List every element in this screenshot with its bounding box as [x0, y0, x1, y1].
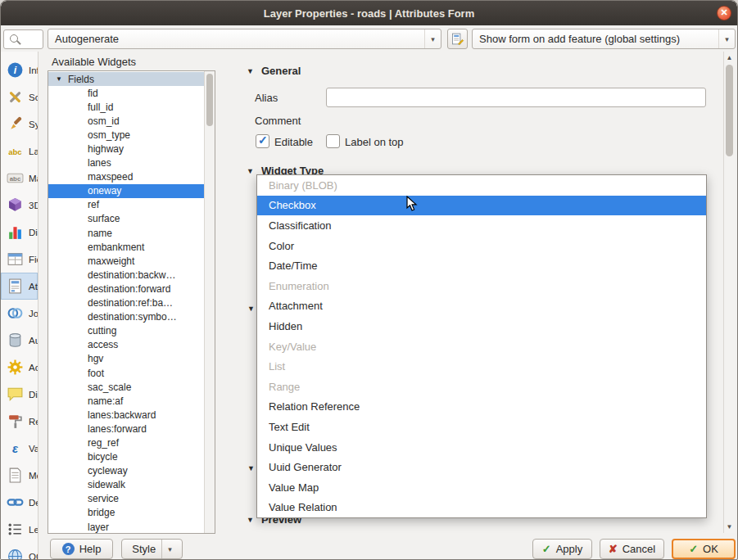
tree-item-hgv[interactable]: hgv [48, 352, 204, 366]
tree-item-highway[interactable]: highway [48, 142, 204, 156]
sidebar-item-joins[interactable]: Joins [1, 300, 38, 327]
dropdown-item-hidden[interactable]: Hidden [257, 316, 706, 336]
dropdown-item-color[interactable]: Color [257, 236, 706, 256]
chevron-down-icon: ▾ [424, 29, 441, 48]
tree-item-name-af[interactable]: name:af [48, 394, 204, 408]
form-panel-scrollbar[interactable]: ▲ ▼ [723, 52, 735, 533]
dropdown-item-classification[interactable]: Classification [257, 215, 706, 236]
ok-button[interactable]: ✓ OK [672, 539, 736, 559]
tree-item-surface[interactable]: surface [48, 212, 204, 226]
tree-group-fields[interactable]: ▼Fields [48, 72, 204, 86]
scroll-down-icon[interactable]: ▼ [724, 523, 735, 531]
dropdown-item-attachment[interactable]: Attachment [257, 296, 706, 317]
show-form-combobox[interactable]: Show form on add feature (global setting… [472, 29, 736, 49]
form-settings-button[interactable] [447, 29, 468, 49]
search-input[interactable] [20, 32, 42, 47]
dropdown-item-relation-reference[interactable]: Relation Reference [257, 397, 706, 418]
dropdown-item-key-value: Key/Value [257, 336, 706, 357]
tree-item-fid[interactable]: fid [48, 86, 204, 100]
tree-item-ref[interactable]: ref [48, 198, 204, 212]
tree-item-lanes-forward[interactable]: lanes:forward [48, 422, 204, 436]
tree-item-embankment[interactable]: embankment [48, 240, 204, 254]
tree-item-maxweight[interactable]: maxweight [48, 254, 204, 268]
form-layout-combobox[interactable]: Autogenerate ▾ [48, 29, 441, 49]
cancel-button[interactable]: ✘ Cancel [600, 539, 664, 559]
tree-item-service[interactable]: service [48, 492, 204, 506]
tree-item-reg-ref[interactable]: reg_ref [48, 436, 204, 449]
sidebar-item-label: Actions [29, 363, 38, 373]
sidebar-item-fields[interactable]: Fields [1, 246, 38, 273]
tree-item-maxspeed[interactable]: maxspeed [48, 170, 204, 184]
sidebar-item-legend[interactable]: Legend [1, 516, 38, 543]
sidebar-item-source[interactable]: Source [1, 84, 38, 111]
auxiliary-storage-icon [7, 332, 24, 349]
sidebar-item-labels[interactable]: abcLabels [1, 138, 38, 165]
sidebar-item-masks[interactable]: abcMasks [1, 165, 38, 192]
tree-item-bicycle[interactable]: bicycle [48, 450, 204, 464]
tree-item-lanes[interactable]: lanes [48, 156, 204, 170]
close-icon[interactable]: ✕ [717, 6, 731, 20]
expander-triangle-icon[interactable]: ▼ [56, 75, 62, 83]
tree-item-destination-ref-ba[interactable]: destination:ref:ba… [48, 296, 204, 310]
apply-button[interactable]: ✓ Apply [532, 539, 592, 559]
alias-input[interactable] [326, 88, 706, 107]
tree-item-full-id[interactable]: full_id [48, 100, 204, 114]
tree-item-osm-id[interactable]: osm_id [48, 114, 204, 128]
sidebar-item-label: Dependencies [29, 498, 38, 508]
dropdown-item-text-edit[interactable]: Text Edit [257, 417, 706, 437]
dropdown-item-date-time[interactable]: Date/Time [257, 255, 706, 276]
widget-filter-box[interactable] [3, 29, 43, 49]
sidebar-item-3d-view[interactable]: 3D View [1, 192, 38, 219]
tree-item-foot[interactable]: foot [48, 366, 204, 380]
sidebar-item-attributes-form[interactable]: Attributes Form [1, 273, 38, 300]
dropdown-item-value-map[interactable]: Value Map [257, 477, 706, 498]
sidebar-item-dependencies[interactable]: Dependencies [1, 489, 38, 516]
help-button[interactable]: ? Help [50, 539, 113, 559]
label-on-top-checkbox[interactable] [326, 134, 340, 148]
help-button-label: Help [79, 543, 102, 555]
tree-scrollbar[interactable] [204, 71, 215, 533]
sidebar-item-auxiliary-storage[interactable]: Auxiliary Storage [1, 327, 38, 354]
section-general[interactable]: ▼ General [247, 65, 301, 77]
tree-item-destination-forward[interactable]: destination:forward [48, 282, 204, 296]
form-panel-scrollbar-thumb[interactable] [726, 65, 733, 156]
sidebar-item-variables[interactable]: εVariables [1, 435, 38, 462]
tree-item-cycleway[interactable]: cycleway [48, 464, 204, 478]
sidebar-item-information[interactable]: iInformation [1, 56, 38, 84]
sidebar-item-rendering[interactable]: Rendering [1, 408, 38, 435]
chevron-down-icon: ▾ [718, 29, 735, 48]
collapse-triangle-icon[interactable]: ▼ [247, 305, 255, 313]
dropdown-item-uuid-generator[interactable]: Uuid Generator [257, 457, 706, 477]
dropdown-item-value-relation[interactable]: Value Relation [257, 498, 706, 518]
sidebar-item-display[interactable]: Display [1, 381, 38, 408]
cancel-button-label: Cancel [623, 543, 655, 555]
dropdown-item-checkbox[interactable]: Checkbox [257, 196, 706, 216]
sidebar-item-metadata[interactable]: Metadata [1, 462, 38, 489]
sidebar-item-label: Attributes Form [29, 282, 38, 291]
variables-icon: ε [7, 440, 24, 457]
tree-item-access[interactable]: access [48, 338, 204, 352]
tree-item-cutting[interactable]: cutting [48, 324, 204, 338]
titlebar[interactable]: Layer Properties - roads | Attributes Fo… [1, 1, 737, 25]
scroll-up-icon[interactable]: ▲ [724, 54, 735, 61]
tree-item-destination-symbo[interactable]: destination:symbo… [48, 310, 204, 324]
tree-scrollbar-thumb[interactable] [206, 74, 213, 126]
tree-item-oneway[interactable]: oneway [48, 184, 204, 198]
sidebar-item-actions[interactable]: Actions [1, 354, 38, 381]
sidebar-item-symbology[interactable]: Symbology [1, 111, 38, 138]
style-button[interactable]: Style ▾ [121, 539, 183, 559]
tree-item-name[interactable]: name [48, 226, 204, 240]
tree-item-osm-type[interactable]: osm_type [48, 128, 204, 142]
tree-item-sidewalk[interactable]: sidewalk [48, 478, 204, 492]
sidebar-item-label: 3D View [29, 201, 38, 210]
sidebar-item-qgis-server[interactable]: QGIS Server [1, 543, 38, 559]
tree-item-destination-backw[interactable]: destination:backw… [48, 268, 204, 282]
tree-item-layer[interactable]: layer [48, 520, 204, 534]
collapse-triangle-icon[interactable]: ▼ [247, 464, 255, 472]
dropdown-item-unique-values[interactable]: Unique Values [257, 437, 706, 458]
tree-item-lanes-backward[interactable]: lanes:backward [48, 408, 204, 422]
tree-item-bridge[interactable]: bridge [48, 506, 204, 520]
tree-item-sac-scale[interactable]: sac_scale [48, 380, 204, 394]
editable-checkbox[interactable] [256, 134, 269, 148]
sidebar-item-diagrams[interactable]: Diagrams [1, 219, 38, 246]
